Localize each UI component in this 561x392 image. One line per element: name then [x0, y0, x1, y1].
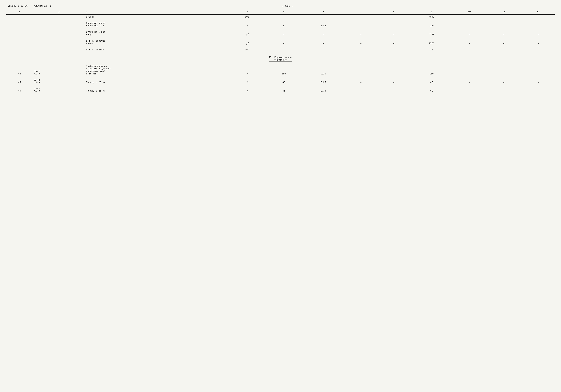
- cell-r0-c3: Итого:: [85, 15, 230, 19]
- cell-r4-c1: [6, 48, 32, 52]
- cell-r2-c12: –: [522, 30, 555, 37]
- col-header-8: 8: [378, 9, 410, 15]
- cell-r3-c9: I5I8: [410, 39, 453, 46]
- cell-r2-c8: –: [378, 30, 410, 37]
- cell-r7-c10: –: [453, 78, 486, 84]
- table-row: в т.ч. оборудо- ваниеруб.––––I5I8–––: [6, 39, 555, 46]
- cell-r7-c8: –: [378, 78, 410, 84]
- cell-r7-c1: 45: [6, 78, 32, 84]
- cell-r8-c11: –: [486, 86, 522, 93]
- cell-r0-c7: –: [345, 15, 377, 19]
- cell-r6-c12: –: [522, 64, 555, 76]
- cell-r0-c11: –: [486, 15, 522, 19]
- cell-r6-c7: –: [345, 64, 377, 76]
- col-header-6: 6: [302, 9, 345, 15]
- cell-r7-c2: I6–42 т.7-3: [32, 78, 85, 84]
- cell-r6-c11: –: [486, 64, 522, 76]
- table-row: 45I6–42 т.7-3То же, ø 20 ммМ30I,35––4I––…: [6, 78, 555, 84]
- col-header-11: II: [486, 9, 522, 15]
- cell-r8-c1: 46: [6, 86, 32, 93]
- cell-r2-c9: 4I99: [410, 30, 453, 37]
- cell-r0-c6: –: [302, 15, 345, 19]
- cell-r8-c7: –: [345, 86, 377, 93]
- cell-r3-c6: –: [302, 39, 345, 46]
- cell-r0-c10: –: [453, 15, 486, 19]
- cell-r8-c10: –: [453, 86, 486, 93]
- cell-r6-c6: I,20: [302, 64, 345, 76]
- cell-r8-c4: М: [230, 86, 266, 93]
- cell-r0-c5: –: [266, 15, 302, 19]
- cell-r7-c6: I,35: [302, 78, 345, 84]
- cell-r0-c4: руб.: [230, 15, 266, 19]
- cell-r3-c2: [32, 39, 85, 46]
- cell-r0-c1: [6, 15, 32, 19]
- cell-r1-c10: –: [453, 21, 486, 28]
- cell-r8-c5: 45: [266, 86, 302, 93]
- cell-r6-c2: I6–4I т.7-3: [32, 64, 85, 76]
- cell-r1-c5: 8: [266, 21, 302, 28]
- cell-r4-c6: –: [302, 48, 345, 52]
- table-row: 44I6–4I т.7-3Трубопроводы из стальных во…: [6, 64, 555, 76]
- cell-r0-c2: [32, 15, 85, 19]
- cell-r7-c7: –: [345, 78, 377, 84]
- cell-r7-c5: 30: [266, 78, 302, 84]
- cell-r7-c12: –: [522, 78, 555, 84]
- cell-r2-c7: –: [345, 30, 377, 37]
- table-row: 46I6–43 т.7-3То же, ø 25 ммМ45I,36––6I––…: [6, 86, 555, 93]
- cell-r6-c10: –: [453, 64, 486, 76]
- cell-r6-c1: 44: [6, 64, 32, 76]
- cell-r4-c12: –: [522, 48, 555, 52]
- cell-r3-c3: в т.ч. оборудо- вание: [85, 39, 230, 46]
- table-row: Плановые накоп- ления без п.5%82482––I99…: [6, 21, 555, 28]
- col-header-4: 4: [230, 9, 266, 15]
- cell-r2-c5: –: [266, 30, 302, 37]
- cell-r0-c9: 4000: [410, 15, 453, 19]
- cell-r8-c8: –: [378, 86, 410, 93]
- col-header-1: I: [6, 9, 32, 15]
- cell-r3-c4: руб.: [230, 39, 266, 46]
- cell-r1-c1: [6, 21, 32, 28]
- col-header-7: 7: [345, 9, 377, 15]
- cell-r4-c11: –: [486, 48, 522, 52]
- cell-r1-c9: I99: [410, 21, 453, 28]
- cell-r6-c4: М: [230, 64, 266, 76]
- cell-r3-c12: –: [522, 39, 555, 46]
- cell-r8-c2: I6–43 т.7-3: [32, 86, 85, 93]
- cell-r7-c9: 4I: [410, 78, 453, 84]
- cell-r1-c11: –: [486, 21, 522, 28]
- cell-r2-c10: –: [453, 30, 486, 37]
- cell-r2-c6: –: [302, 30, 345, 37]
- col-header-3: 3: [85, 9, 230, 15]
- doc-number: Т.П.503-5-23.86: [6, 5, 28, 7]
- cell-r8-c12: –: [522, 86, 555, 93]
- cell-r1-c6: 2482: [302, 21, 345, 28]
- page-number: - 132 -: [282, 5, 293, 8]
- cell-r4-c5: –: [266, 48, 302, 52]
- cell-r3-c10: –: [453, 39, 486, 46]
- table-row: в т.ч. монтажруб.––––23–––: [6, 48, 555, 52]
- cell-r4-c2: [32, 48, 85, 52]
- col-header-2: 2: [32, 9, 85, 15]
- cell-r4-c10: –: [453, 48, 486, 52]
- cell-r7-c4: М: [230, 78, 266, 84]
- cell-r4-c8: –: [378, 48, 410, 52]
- cell-r0-c8: –: [378, 15, 410, 19]
- cell-r2-c2: [32, 30, 85, 37]
- table-row: Итого по I раз- делу:руб.––––4I99–––: [6, 30, 555, 37]
- cell-r2-c4: руб.: [230, 30, 266, 37]
- cell-r6-c9: I80: [410, 64, 453, 76]
- cell-r7-c11: –: [486, 78, 522, 84]
- cell-r6-c3: Трубопроводы из стальных водогазо- прово…: [85, 64, 230, 76]
- cell-r2-c1: [6, 30, 32, 37]
- cell-r1-c3: Плановые накоп- ления без п.5: [85, 21, 230, 28]
- cell-r6-c5: I50: [266, 64, 302, 76]
- cell-r8-c9: 6I: [410, 86, 453, 93]
- cell-r2-c11: –: [486, 30, 522, 37]
- col-header-5: 5: [266, 9, 302, 15]
- cell-r4-c9: 23: [410, 48, 453, 52]
- cell-r1-c4: %: [230, 21, 266, 28]
- cell-r4-c4: руб.: [230, 48, 266, 52]
- cell-r4-c3: в т.ч. монтаж: [85, 48, 230, 52]
- cell-r3-c5: –: [266, 39, 302, 46]
- cell-r1-c2: [32, 21, 85, 28]
